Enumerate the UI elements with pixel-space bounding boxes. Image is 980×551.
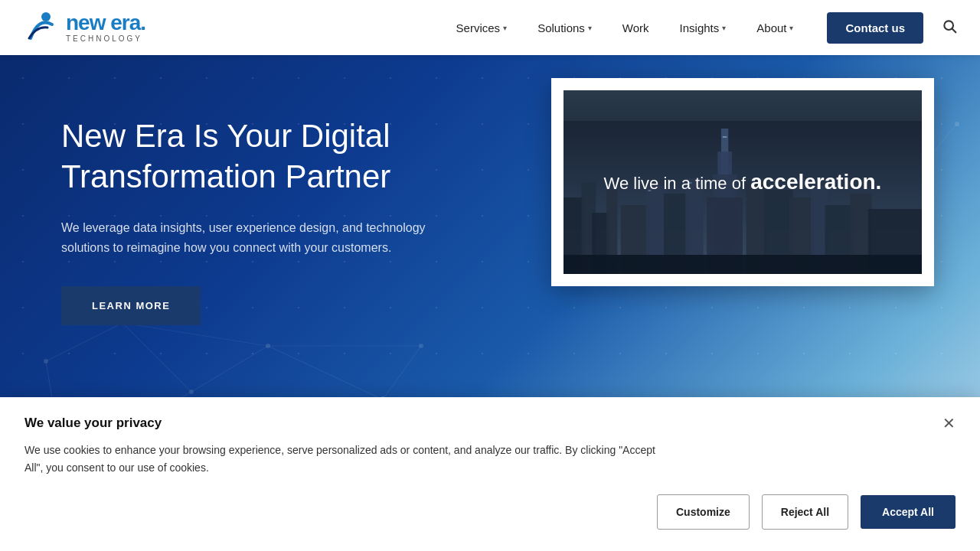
svg-line-25 xyxy=(191,346,268,392)
svg-line-30 xyxy=(46,323,122,361)
nav-item-services[interactable]: Services ▾ xyxy=(444,0,520,55)
cookie-banner: We value your privacy ✕ We use cookies t… xyxy=(0,397,980,551)
city-skyline xyxy=(564,121,922,274)
svg-rect-58 xyxy=(564,255,922,274)
video-text-acceleration: acceleration. xyxy=(750,170,881,194)
svg-line-36 xyxy=(122,323,268,346)
learn-more-button[interactable]: LEARN MORE xyxy=(61,286,201,325)
chevron-down-icon: ▾ xyxy=(789,24,793,32)
contact-us-button[interactable]: Contact us xyxy=(827,12,923,44)
cookie-close-button[interactable]: ✕ xyxy=(942,416,956,431)
video-text-normal: We live in a time of xyxy=(604,174,746,193)
cookie-header: We value your privacy ✕ xyxy=(24,416,956,431)
nav-item-about[interactable]: About ▾ xyxy=(744,0,805,55)
logo-brand-new: new xyxy=(66,11,105,34)
nav-links: Services ▾ Solutions ▾ Work Insights ▾ A… xyxy=(444,0,957,55)
svg-line-2 xyxy=(952,28,956,32)
svg-rect-59 xyxy=(723,136,727,138)
svg-point-0 xyxy=(41,12,51,21)
hero-content: New Era Is Your Digital Transformation P… xyxy=(61,116,490,325)
cookie-actions: Customize Reject All Accept All xyxy=(24,494,956,530)
video-overlay-text: We live in a time of acceleration. xyxy=(564,170,922,194)
accept-all-button[interactable]: Accept All xyxy=(861,495,956,529)
svg-line-24 xyxy=(122,323,191,392)
customize-button[interactable]: Customize xyxy=(657,494,750,530)
nav-item-insights[interactable]: Insights ▾ xyxy=(668,0,739,55)
chevron-down-icon: ▾ xyxy=(588,24,592,32)
navbar: new era. TECHNOLOGY Services ▾ Solutions… xyxy=(0,0,980,55)
hero-subtitle: We leverage data insights, user experien… xyxy=(61,218,444,259)
svg-line-27 xyxy=(268,346,383,399)
svg-line-28 xyxy=(383,346,421,399)
logo-brand-era: era xyxy=(105,11,140,34)
chevron-down-icon: ▾ xyxy=(722,24,726,32)
search-icon[interactable] xyxy=(942,18,957,37)
cookie-title: We value your privacy xyxy=(24,416,162,431)
logo-technology: TECHNOLOGY xyxy=(66,35,145,43)
logo-text: new era. TECHNOLOGY xyxy=(66,12,145,43)
cookie-body-text: We use cookies to enhance your browsing … xyxy=(24,442,660,476)
video-thumbnail[interactable]: We live in a time of acceleration. xyxy=(564,90,922,274)
hero-title: New Era Is Your Digital Transformation P… xyxy=(61,116,490,197)
reject-all-button[interactable]: Reject All xyxy=(762,494,848,530)
nav-item-work[interactable]: Work xyxy=(610,0,662,55)
logo[interactable]: new era. TECHNOLOGY xyxy=(23,9,145,46)
video-card[interactable]: We live in a time of acceleration. xyxy=(551,78,934,286)
logo-dot: . xyxy=(140,11,145,34)
logo-icon xyxy=(23,9,60,46)
nav-item-solutions[interactable]: Solutions ▾ xyxy=(525,0,604,55)
chevron-down-icon: ▾ xyxy=(503,24,507,32)
